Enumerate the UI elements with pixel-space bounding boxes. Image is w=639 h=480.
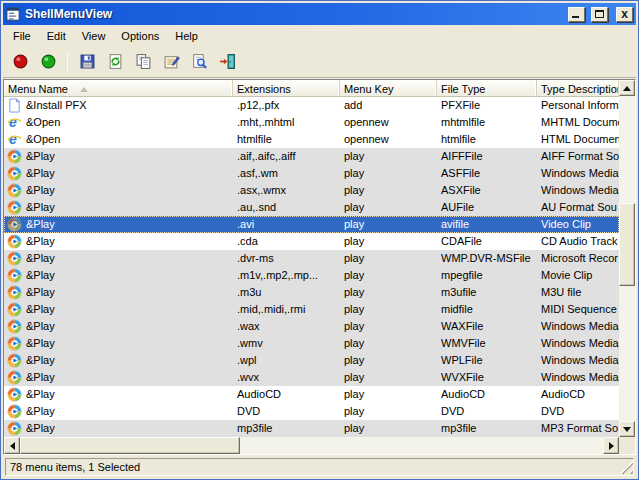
status-bar: 78 menu items, 1 Selected <box>3 455 636 477</box>
close-button[interactable]: x <box>616 7 633 22</box>
table-row[interactable]: &Play .wvx play WVXFile Windows Media <box>4 369 619 386</box>
table-row[interactable]: &Play .m3u play m3ufile M3U file <box>4 284 619 301</box>
table-row[interactable]: &Play AudioCD play AudioCD AudioCD <box>4 386 619 403</box>
toolbar-save-button[interactable] <box>74 49 100 74</box>
cell-extensions: .asx,.wmx <box>233 182 340 199</box>
scroll-left-button[interactable] <box>4 437 20 454</box>
toolbar-exit-button[interactable] <box>214 49 240 74</box>
cell-menu-key: play <box>340 199 437 216</box>
cell-file-type: ASFFile <box>437 165 537 182</box>
column-header-type-description[interactable]: Type Description <box>537 80 619 96</box>
cell-extensions: .cda <box>233 233 340 250</box>
table-row[interactable]: &Play mp3file play mp3file MP3 Format So <box>4 420 619 437</box>
menu-options[interactable]: Options <box>113 27 167 45</box>
table-row[interactable]: &Play .dvr-ms play WMP.DVR-MSFile Micros… <box>4 250 619 267</box>
cell-menu-name: &Play <box>4 233 233 250</box>
wmp-icon <box>7 370 22 385</box>
table-row[interactable]: &Play .avi play avifile Video Clip <box>4 216 619 233</box>
wmp-icon <box>7 302 22 317</box>
cell-file-type: midfile <box>437 301 537 318</box>
menu-file[interactable]: File <box>5 27 39 45</box>
table-row[interactable]: &Play .wpl play WPLFile Windows Media <box>4 352 619 369</box>
table-row[interactable]: e &Open .mht,.mhtml opennew mhtmlfile MH… <box>4 114 619 131</box>
scroll-up-button[interactable] <box>619 80 635 96</box>
column-header-menu-name[interactable]: Menu Name <box>4 80 233 96</box>
vertical-scrollbar-thumb[interactable] <box>619 203 635 286</box>
table-row[interactable]: e &Open htmlfile opennew htmlfile HTML D… <box>4 131 619 148</box>
minimize-button[interactable] <box>568 7 585 22</box>
minimize-icon <box>572 16 579 18</box>
table-row[interactable]: &Play .wax play WAXFile Windows Media <box>4 318 619 335</box>
svg-text:e: e <box>9 115 17 130</box>
cell-type-description: Windows Media <box>537 369 619 386</box>
table-row[interactable]: &Play DVD play DVD DVD <box>4 403 619 420</box>
wmp-icon <box>7 234 22 249</box>
cell-extensions: .wvx <box>233 369 340 386</box>
cell-extensions: .mht,.mhtml <box>233 114 340 131</box>
cell-menu-name: &Play <box>4 148 233 165</box>
cell-menu-name: &Play <box>4 352 233 369</box>
table-row[interactable]: &Play .mid,.midi,.rmi play midfile MIDI … <box>4 301 619 318</box>
cell-menu-name: &Play <box>4 165 233 182</box>
cell-file-type: avifile <box>437 216 537 233</box>
cell-menu-key: play <box>340 267 437 284</box>
wmp-icon <box>7 217 22 232</box>
cell-extensions: .avi <box>233 216 340 233</box>
menu-edit[interactable]: Edit <box>39 27 74 45</box>
wmp-icon <box>7 166 22 181</box>
sort-ascending-icon <box>80 87 88 92</box>
wmp-icon <box>7 404 22 419</box>
column-header-label: Extensions <box>237 83 291 95</box>
menu-view[interactable]: View <box>74 27 114 45</box>
table-row[interactable]: &Play .wmv play WMVFile Windows Media <box>4 335 619 352</box>
table-row[interactable]: &Play .cda play CDAFile CD Audio Track <box>4 233 619 250</box>
wmp-icon <box>7 183 22 198</box>
cell-menu-name: &Play <box>4 335 233 352</box>
cell-file-type: CDAFile <box>437 233 537 250</box>
menu-items-table: Menu NameExtensionsMenu KeyFile TypeType… <box>3 79 636 455</box>
cell-menu-key: add <box>340 97 437 114</box>
table-row[interactable]: &Play .asf,.wm play ASFFile Windows Medi… <box>4 165 619 182</box>
toolbar-separator <box>67 52 68 72</box>
scroll-down-button[interactable] <box>619 421 635 437</box>
floppy-icon <box>79 53 96 70</box>
column-header-file-type[interactable]: File Type <box>437 80 537 96</box>
cell-file-type: WMVFile <box>437 335 537 352</box>
cell-menu-name: &Play <box>4 284 233 301</box>
horizontal-scrollbar[interactable] <box>4 437 619 454</box>
column-header-menu-key[interactable]: Menu Key <box>340 80 437 96</box>
table-row[interactable]: &Play .m1v,.mp2,.mp... play mpegfile Mov… <box>4 267 619 284</box>
cell-menu-key: opennew <box>340 131 437 148</box>
column-header-label: Menu Name <box>8 83 68 95</box>
toolbar-disable-items-button[interactable] <box>7 49 33 74</box>
wmp-icon <box>7 336 22 351</box>
scrollbar-corner <box>619 437 635 454</box>
table-row[interactable]: &Install PFX .p12,.pfx add PFXFile Perso… <box>4 97 619 114</box>
cell-menu-key: play <box>340 250 437 267</box>
horizontal-scrollbar-thumb[interactable] <box>20 437 240 454</box>
cell-file-type: mhtmlfile <box>437 114 537 131</box>
scroll-right-button[interactable] <box>603 437 619 454</box>
column-header-extensions[interactable]: Extensions <box>233 80 340 96</box>
toolbar-find-button[interactable] <box>186 49 212 74</box>
copy-icon <box>135 53 152 70</box>
table-row[interactable]: &Play .asx,.wmx play ASXFile Windows Med… <box>4 182 619 199</box>
chevron-up-icon <box>623 82 631 91</box>
cell-menu-key: play <box>340 369 437 386</box>
toolbar-enable-items-button[interactable] <box>35 49 61 74</box>
cell-type-description: MIDI Sequence <box>537 301 619 318</box>
toolbar-properties-button[interactable] <box>158 49 184 74</box>
maximize-button[interactable] <box>591 7 608 22</box>
toolbar-refresh-button[interactable] <box>102 49 128 74</box>
cell-extensions: .dvr-ms <box>233 250 340 267</box>
toolbar-copy-button[interactable] <box>130 49 156 74</box>
cell-menu-name: &Play <box>4 216 233 233</box>
wmp-icon <box>7 319 22 334</box>
cell-file-type: AUFile <box>437 199 537 216</box>
cell-menu-key: play <box>340 386 437 403</box>
table-row[interactable]: &Play .aif,.aifc,.aiff play AIFFFile AIF… <box>4 148 619 165</box>
menu-help[interactable]: Help <box>167 27 206 45</box>
table-row[interactable]: &Play .au,.snd play AUFile AU Format Sou <box>4 199 619 216</box>
vertical-scrollbar[interactable] <box>619 80 635 437</box>
ie-icon: e <box>7 115 22 130</box>
